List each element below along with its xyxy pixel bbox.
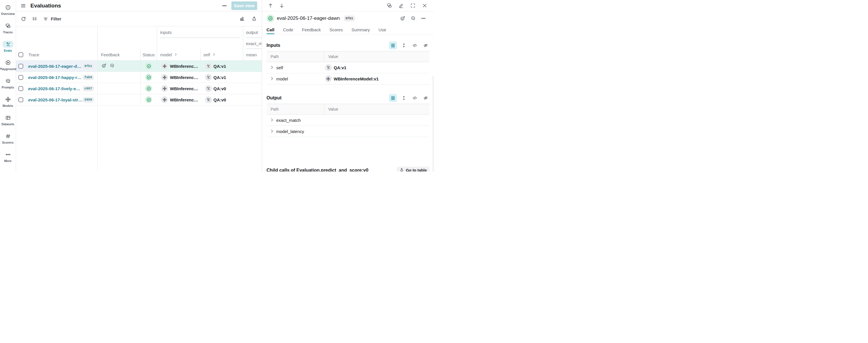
column-group-inputs[interactable]: inputs (157, 26, 243, 38)
model-ref[interactable]: WBInferenceModel:v1 (170, 97, 200, 102)
tab-summary[interactable]: Summary (351, 25, 370, 34)
table-row[interactable]: eval-2025-06-17-loyal-stream 2659 WBInfe… (16, 94, 262, 106)
expand-chevron-icon[interactable] (270, 118, 274, 123)
list-view-icon[interactable] (389, 94, 397, 102)
panel-scrollbar[interactable] (432, 76, 434, 171)
next-call-icon[interactable] (279, 3, 285, 9)
filter-button[interactable]: Filter (42, 16, 61, 22)
column-header-model[interactable]: model (160, 52, 172, 57)
code-view-icon[interactable] (411, 94, 419, 102)
inputs-path-column-header: Path (267, 51, 324, 62)
comment-icon[interactable] (410, 15, 416, 22)
row-checkbox[interactable] (19, 64, 23, 69)
chevron-right-icon[interactable] (212, 52, 216, 57)
sidebar-label: Evals (4, 49, 12, 52)
manage-columns-icon[interactable] (31, 16, 38, 22)
comment-icon[interactable] (110, 63, 115, 69)
add-reaction-icon[interactable] (400, 15, 406, 22)
input-value-ref[interactable]: WBInferenceModel:v1 (334, 77, 379, 81)
trace-link[interactable]: eval-2025-06-17-eager-dawn (28, 64, 83, 69)
model-ref[interactable]: WBInferenceModel:v1 (170, 75, 200, 80)
expand-rows-icon[interactable] (400, 41, 408, 50)
column-group-exact-match[interactable]: exact_match (243, 38, 262, 49)
output-path-column-header: Path (267, 104, 324, 114)
evaluation-ref-icon (205, 74, 212, 81)
self-ref[interactable]: QA:v0 (214, 97, 226, 102)
model-ref-icon (325, 75, 332, 82)
panel-topbar (262, 0, 434, 11)
row-checkbox[interactable] (19, 86, 23, 91)
model-ref[interactable]: WBInferenceModel:v1 (170, 64, 200, 69)
version-chip: 2659 (83, 97, 94, 103)
tab-call[interactable]: Call (267, 25, 275, 34)
sidebar-item-overview[interactable]: Overview (0, 1, 16, 19)
close-icon[interactable] (422, 3, 428, 9)
main-header: Evaluations Save view (16, 0, 262, 11)
expand-chevron-icon[interactable] (270, 65, 274, 70)
inputs-row-self: self QA:v1 (267, 62, 430, 73)
self-ref[interactable]: QA:v0 (214, 86, 226, 91)
column-header-feedback[interactable]: Feedback (101, 52, 120, 57)
column-header-self[interactable]: self (204, 52, 210, 57)
header-more-menu-icon[interactable] (221, 2, 228, 9)
column-header-mean[interactable]: mean (246, 52, 257, 57)
tab-use[interactable]: Use (379, 25, 386, 34)
row-checkbox[interactable] (19, 75, 23, 80)
evaluation-ref-icon (325, 64, 332, 71)
sidebar-item-datasets[interactable]: Datasets (0, 111, 16, 129)
filter-icon (42, 16, 49, 22)
sidebar-item-evals[interactable]: Evals (0, 37, 16, 56)
tab-feedback[interactable]: Feedback (302, 25, 321, 34)
sidebar-label: Overview (1, 12, 15, 16)
trace-link[interactable]: eval-2025-06-17-loyal-stream (28, 97, 83, 102)
playground-icon (3, 59, 13, 66)
row-checkbox[interactable] (19, 97, 23, 102)
sidebar-item-prompts[interactable]: Prompts (0, 74, 16, 92)
sidebar-item-more[interactable]: More (0, 148, 16, 166)
save-view-button[interactable]: Save view (231, 1, 257, 10)
input-value-ref[interactable]: QA:v1 (334, 65, 346, 70)
hide-section-icon[interactable] (422, 41, 430, 50)
sidebar-item-scorers[interactable]: Scorers (0, 129, 16, 148)
output-section-header: Output (267, 94, 430, 102)
refresh-icon[interactable] (20, 16, 26, 22)
code-view-icon[interactable] (411, 41, 419, 50)
sidebar-item-playground[interactable]: Playground (0, 56, 16, 74)
open-trace-tree-icon[interactable] (386, 3, 392, 9)
chart-view-icon[interactable] (239, 16, 245, 22)
hamburger-menu-icon[interactable] (20, 3, 26, 9)
expand-chevron-icon[interactable] (270, 129, 274, 134)
table-row[interactable]: eval-2025-06-17-eager-dawn 9fb1 WBInfere… (16, 61, 262, 72)
fullscreen-icon[interactable] (410, 3, 416, 9)
column-group-output[interactable]: output (243, 26, 262, 38)
expand-rows-icon[interactable] (400, 94, 408, 102)
go-to-table-button[interactable]: Go to table (397, 167, 430, 171)
trace-link[interactable]: eval-2025-06-17-lively-eagle (28, 86, 83, 91)
model-ref[interactable]: WBInferenceModel:v1 (170, 86, 200, 91)
list-view-icon[interactable] (389, 41, 397, 50)
expand-chevron-icon[interactable] (270, 77, 274, 81)
self-ref[interactable]: QA:v1 (214, 75, 226, 80)
tab-code[interactable]: Code (283, 25, 293, 34)
column-header-trace[interactable]: Trace (28, 52, 39, 57)
tab-scores[interactable]: Scores (330, 25, 343, 34)
column-header-status[interactable]: Status (143, 52, 155, 57)
prompts-icon (3, 78, 13, 84)
edit-icon[interactable] (398, 3, 404, 9)
sidebar-label: Models (3, 104, 13, 108)
table-row[interactable]: eval-2025-06-17-happy-rain fab5 WBInfere… (16, 72, 262, 83)
previous-call-icon[interactable] (268, 3, 274, 9)
sidebar-item-traces[interactable]: Traces (0, 19, 16, 37)
trace-link[interactable]: eval-2025-06-17-happy-rain (28, 75, 83, 80)
sidebar-item-models[interactable]: Models (0, 92, 16, 111)
chevron-right-icon[interactable] (174, 52, 177, 57)
version-chip: 9fb1 (83, 63, 94, 69)
more-menu-icon[interactable] (420, 15, 427, 22)
table-row[interactable]: eval-2025-06-17-lively-eagle c097 WBInfe… (16, 83, 262, 94)
add-reaction-icon[interactable] (102, 63, 106, 69)
hide-section-icon[interactable] (422, 94, 430, 102)
child-calls-heading: Child calls of Evaluation.predict_and_sc… (267, 168, 369, 171)
export-icon[interactable] (251, 16, 257, 22)
self-ref[interactable]: QA:v1 (214, 64, 226, 69)
select-all-checkbox[interactable] (19, 52, 23, 57)
